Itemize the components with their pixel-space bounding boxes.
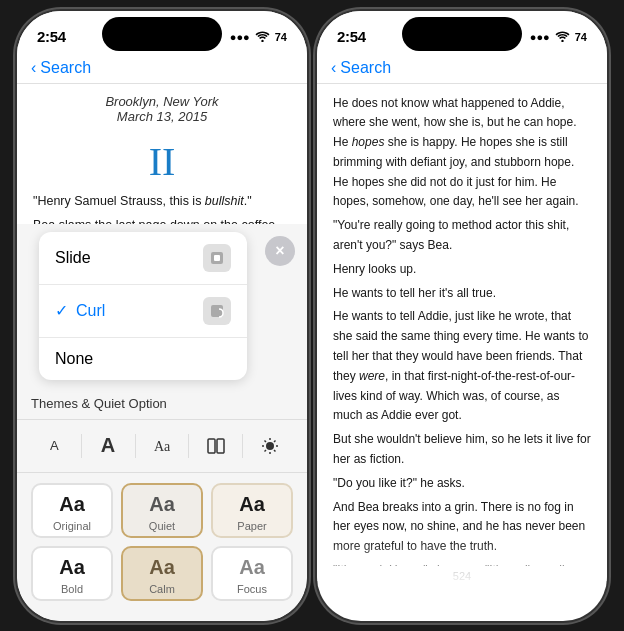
svg-rect-3 <box>211 305 223 317</box>
nav-bar-right[interactable]: ‹ Search <box>317 55 607 84</box>
theme-aa-focus: Aa <box>223 556 281 579</box>
svg-point-0 <box>261 39 263 41</box>
theme-aa-original: Aa <box>43 493 101 516</box>
theme-aa-quiet: Aa <box>133 493 191 516</box>
divider-2 <box>135 434 136 458</box>
signal-icon: ●●● <box>230 31 250 43</box>
wifi-icon-right <box>555 30 570 44</box>
svg-rect-2 <box>214 255 220 261</box>
curl-option[interactable]: ✓ Curl <box>39 285 247 338</box>
left-phone: 2:54 ●●● 74 ‹ Searc <box>17 11 307 621</box>
back-button-left[interactable]: ‹ Search <box>31 59 91 77</box>
check-icon: ✓ <box>55 301 68 320</box>
theme-aa-bold: Aa <box>43 556 101 579</box>
theme-bold[interactable]: Aa Bold <box>31 546 113 601</box>
page-number: 524 <box>317 566 607 590</box>
theme-label-quiet: Quiet <box>133 520 191 532</box>
curl-label: Curl <box>76 302 105 320</box>
book-text-right: He does not know what happened to Addie,… <box>333 94 591 566</box>
dynamic-island <box>102 17 222 51</box>
status-icons-right: ●●● 74 <box>530 30 587 44</box>
page-layout-button[interactable] <box>196 428 236 464</box>
svg-line-13 <box>274 450 276 452</box>
time-left: 2:54 <box>37 28 66 45</box>
signal-icon-right: ●●● <box>530 31 550 43</box>
theme-label-focus: Focus <box>223 583 281 595</box>
theme-aa-paper: Aa <box>223 493 281 516</box>
theme-aa-calm: Aa <box>133 556 191 579</box>
theme-original[interactable]: Aa Original <box>31 483 113 538</box>
font-style-button[interactable]: Aa <box>142 428 182 464</box>
rp-8: "It's good, Henry," she says. "It's real… <box>333 561 591 565</box>
svg-point-16 <box>561 39 563 41</box>
slide-menu[interactable]: Slide ✓ Curl None <box>39 232 247 380</box>
rp-1: "You're really going to method actor thi… <box>333 216 591 256</box>
back-button-right[interactable]: ‹ Search <box>331 59 391 77</box>
close-button[interactable]: × <box>265 236 295 266</box>
brightness-icon <box>260 436 280 456</box>
bottom-panel: Slide ✓ Curl None <box>17 224 307 621</box>
themes-bar: Themes & Quiet Option <box>17 388 307 419</box>
slide-icon <box>203 244 231 272</box>
nav-bar-left[interactable]: ‹ Search <box>17 55 307 84</box>
curl-icon <box>203 297 231 325</box>
back-label-right: Search <box>340 59 391 77</box>
rp-5: But she wouldn't believe him, so he lets… <box>333 430 591 470</box>
svg-rect-5 <box>208 439 215 453</box>
book-content-right: He does not know what happened to Addie,… <box>317 84 607 566</box>
theme-focus[interactable]: Aa Focus <box>211 546 293 601</box>
themes-label: Themes & Quiet Option <box>31 396 167 411</box>
svg-point-7 <box>266 442 274 450</box>
slide-label: Slide <box>55 249 91 267</box>
divider-4 <box>242 434 243 458</box>
svg-rect-6 <box>217 439 224 453</box>
svg-line-15 <box>264 450 266 452</box>
theme-paper[interactable]: Aa Paper <box>211 483 293 538</box>
large-font-button[interactable]: A <box>88 428 128 464</box>
theme-label-original: Original <box>43 520 101 532</box>
theme-label-bold: Bold <box>43 583 101 595</box>
svg-line-12 <box>264 440 266 442</box>
dynamic-island-right <box>402 17 522 51</box>
font-size-bar[interactable]: A A Aa <box>17 419 307 473</box>
rp-4: He wants to tell Addie, just like he wro… <box>333 307 591 426</box>
none-option[interactable]: None <box>39 338 247 380</box>
wifi-icon <box>255 30 270 44</box>
time-right: 2:54 <box>337 28 366 45</box>
theme-label-paper: Paper <box>223 520 281 532</box>
font-icon: Aa <box>152 436 172 456</box>
theme-calm[interactable]: Aa Calm <box>121 546 203 601</box>
rp-0: He does not know what happened to Addie,… <box>333 94 591 213</box>
para-0: "Henry Samuel Strauss, this is bullshit.… <box>33 191 291 211</box>
theme-label-calm: Calm <box>133 583 191 595</box>
back-label-left: Search <box>40 59 91 77</box>
right-phone: 2:54 ●●● 74 ‹ Searc <box>317 11 607 621</box>
svg-line-14 <box>274 440 276 442</box>
rp-6: "Do you like it?" he asks. <box>333 474 591 494</box>
battery-left: 74 <box>275 31 287 43</box>
rp-7: And Bea breaks into a grin. There is no … <box>333 498 591 557</box>
none-label: None <box>55 350 93 368</box>
chevron-left-icon: ‹ <box>31 59 36 77</box>
status-icons-left: ●●● 74 <box>230 30 287 44</box>
brightness-button[interactable] <box>250 428 290 464</box>
book-location: Brooklyn, New York March 13, 2015 <box>33 94 291 124</box>
rp-3: He wants to tell her it's all true. <box>333 284 591 304</box>
small-font-button[interactable]: A <box>34 428 74 464</box>
chevron-left-icon-right: ‹ <box>331 59 336 77</box>
slide-option[interactable]: Slide <box>39 232 247 285</box>
battery-right: 74 <box>575 31 587 43</box>
theme-quiet[interactable]: Aa Quiet <box>121 483 203 538</box>
rp-2: Henry looks up. <box>333 260 591 280</box>
theme-cards[interactable]: Aa Original Aa Quiet Aa Paper Aa Bold Aa <box>17 473 307 621</box>
svg-text:Aa: Aa <box>154 439 171 454</box>
chapter-number: II <box>33 138 291 185</box>
layout-icon <box>206 436 226 456</box>
close-icon: × <box>275 242 284 260</box>
divider-1 <box>81 434 82 458</box>
divider-3 <box>188 434 189 458</box>
